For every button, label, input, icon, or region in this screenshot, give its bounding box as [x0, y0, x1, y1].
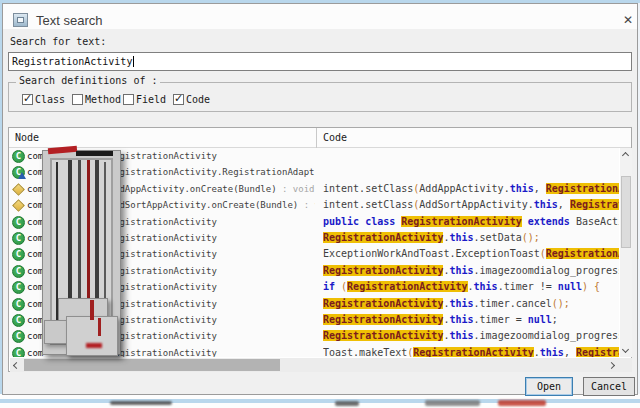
chevron-down-icon [622, 346, 629, 353]
result-row[interactable]: CcomegistrationActivityExceptionWorkAndT… [9, 247, 619, 263]
checkbox-field[interactable]: Field [123, 93, 166, 106]
checkbox-label: Code [186, 94, 210, 105]
node-text: egistrationActivity [114, 329, 315, 343]
checkbox-method[interactable]: Method [72, 93, 121, 106]
result-row[interactable]: comddSortAppActivity.onCreate(Bundle) : … [9, 198, 619, 214]
node-prefix: com [27, 313, 43, 327]
checkbox-unchecked-icon[interactable] [123, 94, 134, 105]
background-window-bottom [0, 394, 640, 408]
result-row[interactable]: CcomegistrationActivityRegistrationActiv… [9, 329, 619, 345]
node-text: egistrationActivity [114, 297, 315, 311]
scroll-down-button[interactable] [620, 345, 632, 357]
node-prefix: com [27, 280, 43, 294]
horizontal-scroll-thumb[interactable] [24, 359, 280, 371]
text-caret [133, 56, 134, 67]
close-icon: ✕ [623, 13, 633, 27]
search-input-value: RegistrationActivity [12, 56, 132, 67]
horizontal-scrollbar[interactable] [10, 358, 620, 372]
result-row[interactable]: CcomegistrationActivityRegistrationActiv… [9, 231, 619, 247]
node-text: egistrationActivity [114, 149, 315, 163]
class-icon: C [12, 248, 25, 261]
definitions-legend: Search definitions of : [16, 75, 160, 86]
column-header-code[interactable]: Code [323, 132, 347, 143]
node-prefix: com [27, 297, 43, 311]
cancel-button[interactable]: Cancel [583, 377, 635, 396]
node-text: ddSortAppActivity.onCreate(Bundle) : voi [114, 198, 315, 212]
scroll-up-button[interactable] [620, 148, 632, 160]
code-text: Toast.makeText(RegistrationActivity.this… [323, 346, 619, 357]
result-row[interactable]: CcomegistrationActivity [9, 149, 619, 165]
title-bar[interactable]: Text search ✕ [3, 4, 637, 29]
class-icon: C [12, 216, 25, 229]
class-icon: C [12, 265, 25, 278]
checkbox-label: Method [85, 94, 121, 105]
class-icon: C [12, 232, 25, 245]
results-body: CcomegistrationActivityCcomegistrationAc… [9, 148, 619, 357]
node-prefix: com [27, 247, 43, 261]
code-text: intent.setClass(AddAppActivity.this, Reg… [323, 182, 619, 196]
result-row[interactable]: CcomegistrationActivityRegistrationActiv… [9, 297, 619, 313]
node-text: egistrationActivity [114, 280, 315, 294]
background-content-smudge [425, 400, 480, 406]
method-icon [12, 199, 25, 212]
result-row[interactable]: CcomegistrationActivityRegistrationActiv… [9, 264, 619, 280]
code-text: RegistrationActivity.this.timer = null; [323, 313, 619, 327]
class-icon: C [12, 347, 25, 357]
code-text: ExceptionWorkAndToast.ExceptionToast(Reg… [323, 247, 619, 261]
background-content-smudge [335, 401, 359, 406]
background-content-smudge [498, 400, 546, 406]
node-text: egistrationActivity [114, 215, 315, 229]
nested-class-marker-icon [18, 172, 26, 179]
node-prefix: com [27, 215, 43, 229]
checkbox-label: Class [35, 94, 65, 105]
checkbox-code[interactable]: Code [173, 93, 210, 106]
results-header[interactable]: Node Code [9, 128, 631, 148]
result-row[interactable]: CcomegistrationActivitypublic class Regi… [9, 215, 619, 231]
method-icon [12, 183, 25, 196]
checkbox-unchecked-icon[interactable] [72, 94, 83, 105]
code-text: public class RegistrationActivity extend… [323, 215, 619, 229]
code-text: RegistrationActivity.this.timer.cancel()… [323, 297, 619, 311]
class-icon: C [12, 314, 25, 327]
chevron-up-icon [622, 152, 629, 159]
code-text: RegistrationActivity.this.imagezoomdialo… [323, 264, 619, 278]
node-prefix: com [27, 346, 43, 357]
node-text: egistrationActivity [114, 313, 315, 327]
scroll-left-button[interactable] [10, 359, 22, 371]
open-button[interactable]: Open [525, 377, 573, 396]
node-text: ddAppActivity.onCreate(Bundle) : void [114, 182, 315, 196]
node-text: egistrationActivity.RegistrationAdapt... [114, 165, 315, 179]
class-icon: C [12, 330, 25, 343]
close-button[interactable]: ✕ [619, 11, 637, 29]
app-icon [13, 13, 28, 27]
code-text: intent.setClass(AddSortAppActivity.this,… [323, 198, 619, 212]
result-row[interactable]: CcomegistrationActivityToast.makeText(Re… [9, 346, 619, 357]
results-table: Node Code CcomegistrationActivityCcomegi… [8, 127, 632, 372]
node-text: egistrationActivity [114, 346, 315, 357]
result-row[interactable]: CcomegistrationActivityRegistrationActiv… [9, 313, 619, 329]
node-prefix: com [27, 264, 43, 278]
node-text: egistrationActivity [114, 264, 315, 278]
class-icon: C [12, 281, 25, 294]
result-row[interactable]: CcomegistrationActivityif (RegistrationA… [9, 280, 619, 296]
checkbox-checked-icon[interactable] [173, 94, 184, 105]
column-header-node[interactable]: Node [15, 132, 39, 143]
scrollbar-corner [620, 358, 632, 372]
node-prefix: com [27, 182, 43, 196]
search-input[interactable]: RegistrationActivity [8, 52, 632, 71]
result-row[interactable]: comddAppActivity.onCreate(Bundle) : void… [9, 182, 619, 198]
code-text: if (RegistrationActivity.this.timer != n… [323, 280, 619, 294]
scroll-right-button[interactable] [607, 359, 619, 371]
class-icon: C [12, 298, 25, 311]
chevron-right-icon [608, 362, 615, 369]
vertical-scrollbar[interactable] [620, 148, 632, 357]
node-prefix: com [27, 231, 43, 245]
code-text: RegistrationActivity.this.setData(); [323, 231, 619, 245]
checkbox-class[interactable]: Class [22, 93, 65, 106]
node-prefix: com [27, 165, 43, 179]
search-label: Search for text: [10, 36, 106, 47]
result-row[interactable]: CcomegistrationActivity.RegistrationAdap… [9, 165, 619, 181]
node-prefix: com [27, 149, 43, 163]
vertical-scroll-thumb[interactable] [621, 176, 631, 248]
checkbox-checked-icon[interactable] [22, 94, 33, 105]
